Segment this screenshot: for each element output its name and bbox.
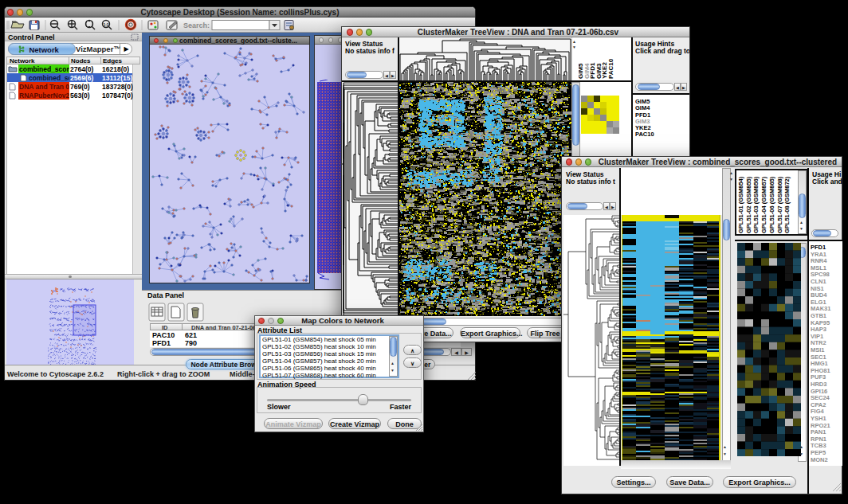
svg-text:GPL51-04 (GSM857): GPL51-04 (GSM857) bbox=[760, 176, 768, 233]
svg-text:GPL51-08 (GSM872): GPL51-08 (GSM872) bbox=[783, 176, 791, 233]
svg-text:GPL51-01 (GSM854): GPL51-01 (GSM854) bbox=[737, 176, 744, 233]
svg-text:GPL51-02 (GSM855): GPL51-02 (GSM855) bbox=[745, 176, 752, 233]
svg-text:GPL51-07 (GSM868): GPL51-07 (GSM868) bbox=[776, 176, 783, 233]
svg-text:Search:: Search: bbox=[183, 21, 210, 29]
svg-text:PAC10: PAC10 bbox=[607, 58, 614, 79]
svg-text:1:1: 1:1 bbox=[103, 22, 108, 27]
svg-text:GPL51-06 (GSM865): GPL51-06 (GSM865) bbox=[768, 176, 775, 233]
svg-text:GPL51-03 (GSM856): GPL51-03 (GSM856) bbox=[752, 176, 760, 233]
